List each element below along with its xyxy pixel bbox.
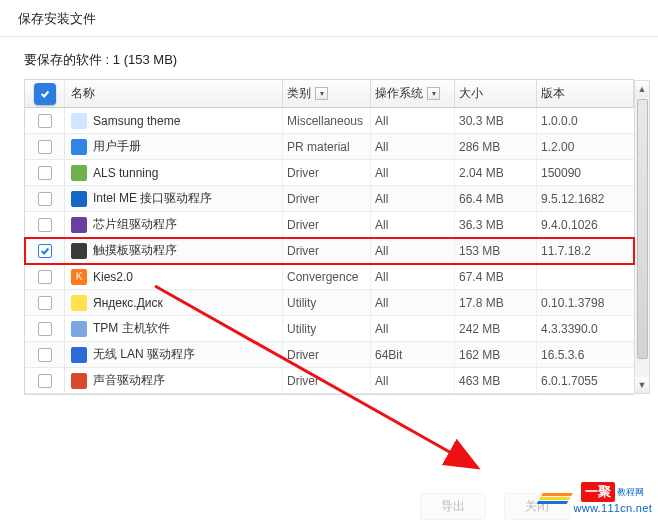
app-icon [71, 113, 87, 129]
row-checkbox-cell[interactable] [25, 238, 65, 263]
row-checkbox[interactable] [38, 244, 52, 258]
cell-name: TPM 主机软件 [65, 316, 283, 341]
table-row[interactable]: 用户手册PR materialAll286 MB1.2.00 [25, 134, 634, 160]
cell-version: 1.2.00 [537, 134, 634, 159]
row-checkbox-cell[interactable] [25, 316, 65, 341]
cell-name-text: 芯片组驱动程序 [93, 216, 177, 233]
cell-version: 16.5.3.6 [537, 342, 634, 367]
scroll-down-button[interactable]: ▼ [635, 377, 649, 393]
header-checkbox-cell[interactable] [25, 80, 65, 107]
header-version[interactable]: 版本 [537, 80, 634, 107]
table-row[interactable]: TPM 主机软件UtilityAll242 MB4.3.3390.0 [25, 316, 634, 342]
cell-name: Samsung theme [65, 108, 283, 133]
cell-os: All [371, 108, 455, 133]
cell-version: 9.4.0.1026 [537, 212, 634, 237]
cell-name: Яндекс.Диск [65, 290, 283, 315]
cell-category: Convergence [283, 264, 371, 289]
cell-size: 17.8 MB [455, 290, 537, 315]
row-checkbox-cell[interactable] [25, 342, 65, 367]
table-row[interactable]: KKies2.0ConvergenceAll67.4 MB [25, 264, 634, 290]
cell-size: 286 MB [455, 134, 537, 159]
cell-category: Utility [283, 316, 371, 341]
chevron-down-icon[interactable]: ▾ [427, 87, 440, 100]
table-row[interactable]: Intel ME 接口驱动程序DriverAll66.4 MB9.5.12.16… [25, 186, 634, 212]
header-name[interactable]: 名称 [65, 80, 283, 107]
header-os-label: 操作系统 [375, 85, 423, 102]
cell-name-text: Яндекс.Диск [93, 296, 163, 310]
app-icon [71, 347, 87, 363]
row-checkbox[interactable] [38, 140, 52, 154]
row-checkbox[interactable] [38, 296, 52, 310]
row-checkbox-cell[interactable] [25, 368, 65, 393]
watermark-url: www.111cn.net [574, 502, 653, 514]
table-row[interactable]: ALS tunningDriverAll2.04 MB150090 [25, 160, 634, 186]
app-icon [71, 321, 87, 337]
cell-os: All [371, 238, 455, 263]
row-checkbox-cell[interactable] [25, 186, 65, 211]
row-checkbox[interactable] [38, 322, 52, 336]
watermark-stripes-icon [535, 490, 574, 506]
header-size[interactable]: 大小 [455, 80, 537, 107]
table-row[interactable]: 触摸板驱动程序DriverAll153 MB11.7.18.2 [25, 238, 634, 264]
row-checkbox[interactable] [38, 166, 52, 180]
cell-name-text: Kies2.0 [93, 270, 133, 284]
cell-os: All [371, 368, 455, 393]
cell-category: Utility [283, 290, 371, 315]
cell-version: 0.10.1.3798 [537, 290, 634, 315]
select-all-checkbox[interactable] [34, 83, 56, 105]
row-checkbox-cell[interactable] [25, 264, 65, 289]
table-row[interactable]: Яндекс.ДискUtilityAll17.8 MB0.10.1.3798 [25, 290, 634, 316]
table-body: Samsung themeMiscellaneousAll30.3 MB1.0.… [25, 108, 634, 394]
cell-category: PR material [283, 134, 371, 159]
cell-name-text: ALS tunning [93, 166, 158, 180]
scroll-up-button[interactable]: ▲ [635, 81, 649, 97]
cell-name: 触摸板驱动程序 [65, 238, 283, 263]
cell-size: 463 MB [455, 368, 537, 393]
header-size-label: 大小 [459, 85, 483, 102]
cell-size: 153 MB [455, 238, 537, 263]
cell-category: Driver [283, 160, 371, 185]
watermark-brand: 一聚 [581, 482, 615, 502]
header-os[interactable]: 操作系统 ▾ [371, 80, 455, 107]
row-checkbox[interactable] [38, 192, 52, 206]
row-checkbox[interactable] [38, 114, 52, 128]
row-checkbox-cell[interactable] [25, 212, 65, 237]
cell-category: Driver [283, 342, 371, 367]
table-row[interactable]: Samsung themeMiscellaneousAll30.3 MB1.0.… [25, 108, 634, 134]
export-button[interactable]: 导出 [420, 493, 486, 520]
header-category[interactable]: 类别 ▾ [283, 80, 371, 107]
scroll-thumb[interactable] [637, 99, 648, 359]
cell-name: Intel ME 接口驱动程序 [65, 186, 283, 211]
app-icon [71, 139, 87, 155]
table-row[interactable]: 无线 LAN 驱动程序Driver64Bit162 MB16.5.3.6 [25, 342, 634, 368]
cell-version: 9.5.12.1682 [537, 186, 634, 211]
cell-size: 36.3 MB [455, 212, 537, 237]
cell-os: 64Bit [371, 342, 455, 367]
app-icon [71, 165, 87, 181]
cell-name: 芯片组驱动程序 [65, 212, 283, 237]
cell-size: 2.04 MB [455, 160, 537, 185]
cell-name: 无线 LAN 驱动程序 [65, 342, 283, 367]
row-checkbox[interactable] [38, 270, 52, 284]
cell-category: Driver [283, 368, 371, 393]
cell-name: ALS tunning [65, 160, 283, 185]
vertical-scrollbar[interactable]: ▲ ▼ [634, 80, 650, 394]
row-checkbox[interactable] [38, 374, 52, 388]
table-row[interactable]: 声音驱动程序DriverAll463 MB6.0.1.7055 [25, 368, 634, 394]
app-icon [71, 295, 87, 311]
table-row[interactable]: 芯片组驱动程序DriverAll36.3 MB9.4.0.1026 [25, 212, 634, 238]
cell-size: 67.4 MB [455, 264, 537, 289]
chevron-down-icon[interactable]: ▾ [315, 87, 328, 100]
row-checkbox[interactable] [38, 218, 52, 232]
row-checkbox-cell[interactable] [25, 134, 65, 159]
row-checkbox-cell[interactable] [25, 160, 65, 185]
row-checkbox[interactable] [38, 348, 52, 362]
cell-version: 150090 [537, 160, 634, 185]
cell-version [537, 264, 634, 289]
cell-os: All [371, 160, 455, 185]
app-icon: K [71, 269, 87, 285]
row-checkbox-cell[interactable] [25, 108, 65, 133]
cell-name-text: 声音驱动程序 [93, 372, 165, 389]
row-checkbox-cell[interactable] [25, 290, 65, 315]
window-title: 保存安装文件 [0, 0, 658, 34]
